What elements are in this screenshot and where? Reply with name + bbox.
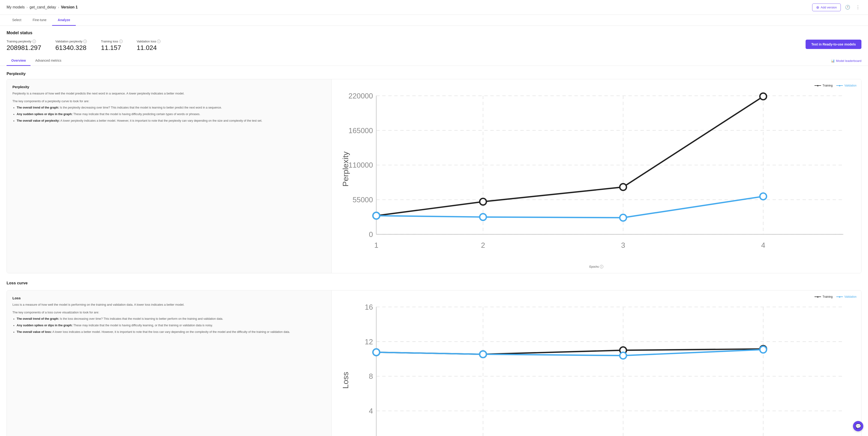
training-loss-info-icon[interactable]: i: [119, 40, 123, 43]
loss-legend-training-label: Training: [823, 295, 833, 298]
model-leaderboard-link[interactable]: 📊 Model leaderboard: [831, 59, 862, 63]
svg-point-63: [760, 346, 766, 353]
perplexity-bullet-list: The overall trend of the graph: Is the p…: [12, 105, 326, 123]
training-loss-label: Training loss i: [101, 40, 123, 43]
validation-loss-info-icon[interactable]: i: [157, 40, 160, 43]
sub-tab-overview[interactable]: Overview: [6, 56, 31, 66]
svg-point-61: [479, 351, 486, 358]
loss-legend-validation-label: Validation: [844, 295, 857, 298]
loss-bullet-2: Any sudden spikes or dips in the graph: …: [17, 323, 326, 328]
svg-text:Loss: Loss: [341, 372, 350, 389]
perplexity-chart-col: Training Validation: [332, 79, 861, 273]
epochs-info-icon[interactable]: i: [600, 265, 603, 268]
sub-tabs: Overview Advanced metrics 📊 Model leader…: [0, 56, 868, 66]
loss-section-title: Loss curve: [6, 281, 862, 286]
breadcrumb: My models › get_cand_delay › Version 1: [6, 5, 78, 9]
chat-button[interactable]: 💬: [853, 421, 863, 431]
sub-tab-advanced-metrics[interactable]: Advanced metrics: [31, 56, 66, 66]
perplexity-subtitle: Perplexity: [12, 85, 326, 89]
metrics-row: Training perplexity i 208981.297 Validat…: [6, 40, 862, 52]
loss-key-components-label: The key components of a loss curve visua…: [12, 311, 326, 314]
perplexity-legend-validation-label: Validation: [844, 84, 857, 87]
validation-perplexity-info-icon[interactable]: i: [83, 40, 87, 43]
training-perplexity-info-icon[interactable]: i: [32, 40, 36, 43]
loss-bullet-3: The overall value of loss: A lower loss …: [17, 330, 326, 334]
training-loss-metric: Training loss i 11.157: [101, 40, 123, 52]
tab-select[interactable]: Select: [6, 15, 27, 26]
legend-training: Training: [814, 84, 833, 87]
header: My models › get_cand_delay › Version 1 ⊕…: [0, 0, 868, 15]
training-perplexity-metric: Training perplexity i 208981.297: [6, 40, 41, 52]
loss-subtitle: Loss: [12, 296, 326, 300]
add-version-button[interactable]: ⊕ Add version: [812, 3, 841, 11]
perplexity-bullet-2: Any sudden spikes or dips in the graph: …: [17, 112, 326, 116]
history-button[interactable]: 🕐: [844, 3, 851, 11]
header-actions: ⊕ Add version 🕐 ⋮: [812, 3, 862, 11]
loss-section: Loss Loss is a measure of how well the m…: [6, 290, 862, 436]
perplexity-legend-training-label: Training: [823, 84, 833, 87]
loss-description: Loss is a measure of how well the model …: [12, 302, 326, 307]
metrics-left: Training perplexity i 208981.297 Validat…: [6, 40, 160, 52]
perplexity-x-label: Epochs i: [336, 265, 857, 268]
svg-text:16: 16: [365, 303, 373, 311]
model-status-title: Model status: [6, 31, 862, 35]
main-content: Perplexity Perplexity Perplexity is a me…: [0, 66, 868, 436]
svg-text:4: 4: [369, 407, 373, 415]
legend-validation: Validation: [836, 84, 857, 87]
perplexity-bullet-1: The overall trend of the graph: Is the p…: [17, 105, 326, 110]
more-options-button[interactable]: ⋮: [855, 3, 862, 11]
svg-text:0: 0: [369, 230, 373, 239]
leaderboard-label: Model leaderboard: [836, 59, 862, 63]
breadcrumb-my-models[interactable]: My models: [6, 5, 25, 9]
perplexity-chart-svg: 220000 165000 110000 55000 0 Perplexity …: [336, 89, 857, 262]
test-ready-to-use-button[interactable]: Test in Ready-to-use models: [806, 40, 862, 49]
perplexity-section: Perplexity Perplexity is a measure of ho…: [6, 79, 862, 273]
svg-text:165000: 165000: [348, 127, 373, 135]
svg-text:220000: 220000: [348, 92, 373, 100]
perplexity-chart-container: 220000 165000 110000 55000 0 Perplexity …: [336, 89, 857, 268]
perplexity-key-components-label: The key components of a perplexity curve…: [12, 99, 326, 103]
loss-legend-training: Training: [814, 295, 833, 298]
svg-point-25: [479, 198, 486, 205]
validation-perplexity-label: Validation perplexity i: [55, 40, 87, 43]
validation-perplexity-metric: Validation perplexity i 61340.328: [55, 40, 87, 52]
validation-loss-label: Validation loss i: [137, 40, 161, 43]
svg-text:3: 3: [621, 241, 625, 249]
svg-point-62: [620, 352, 626, 359]
model-status-section: Model status Training perplexity i 20898…: [0, 26, 868, 54]
breadcrumb-sep-1: ›: [27, 5, 28, 9]
training-perplexity-value: 208981.297: [6, 44, 41, 52]
add-version-label: Add version: [820, 6, 837, 9]
validation-line-icon: [836, 84, 843, 87]
svg-text:2: 2: [481, 241, 485, 249]
tab-fine-tune[interactable]: Fine-tune: [27, 15, 52, 26]
add-circle-icon: ⊕: [816, 5, 819, 10]
svg-text:110000: 110000: [348, 161, 373, 169]
svg-point-31: [760, 193, 766, 199]
training-line-icon: [814, 84, 821, 87]
svg-point-28: [373, 212, 379, 219]
tab-analyze[interactable]: Analyze: [52, 15, 76, 26]
svg-point-30: [620, 214, 626, 221]
loss-bullet-list: The overall trend of the graph: Is the l…: [12, 316, 326, 334]
leaderboard-bar-icon: 📊: [831, 59, 835, 63]
validation-loss-metric: Validation loss i 11.024: [137, 40, 161, 52]
loss-training-line-icon: [814, 295, 821, 298]
loss-chart-legend: Training Validation: [336, 295, 857, 298]
loss-bullet-1: The overall trend of the graph: Is the l…: [17, 316, 326, 321]
svg-text:12: 12: [365, 338, 373, 346]
svg-point-26: [620, 184, 626, 190]
chat-icon: 💬: [855, 423, 861, 429]
loss-chart-svg: 16 12 8 4 0 Loss 1 2 3 4: [336, 300, 857, 436]
validation-perplexity-value: 61340.328: [55, 44, 87, 52]
svg-point-27: [760, 93, 766, 100]
svg-text:55000: 55000: [352, 196, 373, 204]
svg-text:1: 1: [374, 241, 378, 249]
perplexity-description: Perplexity is a measure of how well the …: [12, 91, 326, 96]
svg-text:Perplexity: Perplexity: [341, 152, 350, 187]
perplexity-chart-legend: Training Validation: [336, 84, 857, 87]
breadcrumb-model-name[interactable]: get_cand_delay: [30, 5, 56, 9]
top-tabs: Select Fine-tune Analyze: [0, 15, 868, 26]
breadcrumb-version: Version 1: [61, 5, 78, 9]
perplexity-section-title: Perplexity: [6, 71, 862, 76]
